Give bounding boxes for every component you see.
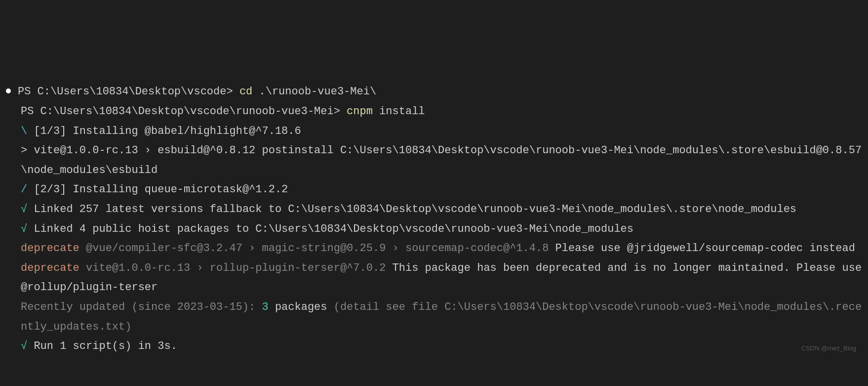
run-script-text: Run 1 script(s) in 3s.: [34, 340, 177, 352]
terminal-line: Recently updated (since 2023-03-15): 3 p…: [21, 298, 862, 337]
arrow-icon: >: [21, 144, 34, 157]
terminal-line: / [2/3] Installing queue-microtask@^1.2.…: [21, 180, 862, 200]
deprecate-package: @vue/compiler-sfc@3.2.47 › magic-string@…: [86, 242, 555, 255]
terminal-line: PS C:\Users\10834\Desktop\vscode> cd .\r…: [6, 82, 862, 102]
linked-text: Linked 257 latest versions fallback to C…: [34, 203, 796, 215]
deprecate-label: deprecate: [21, 242, 86, 255]
terminal-line: √ Linked 4 public hoist packages to C:\U…: [21, 219, 862, 239]
command-arg: .\runoob-vue3-Mei\: [252, 86, 376, 98]
recent-updated-text: Recently updated (since 2023-03-15):: [21, 301, 262, 313]
packages-label: packages: [269, 301, 334, 313]
terminal-line: PS C:\Users\10834\Desktop\vscode\runoob-…: [21, 102, 862, 122]
command-cnpm: cnpm: [347, 105, 373, 118]
deprecate-message: Please use @jridgewell/sourcemap-codec i…: [555, 242, 855, 255]
terminal-line: deprecate vite@1.0.0-rc.13 › rollup-plug…: [21, 258, 862, 298]
check-icon: √: [21, 203, 34, 215]
terminal-line: √ Linked 257 latest versions fallback to…: [21, 200, 862, 219]
check-icon: √: [21, 223, 34, 235]
spinner-icon: /: [21, 183, 34, 196]
linked-text: Linked 4 public hoist packages to C:\Use…: [34, 223, 633, 235]
deprecate-package: vite@1.0.0-rc.13 › rollup-plugin-terser@…: [86, 262, 393, 274]
watermark-text: CSDN @mez_Blog: [801, 343, 856, 354]
install-status: [1/3] Installing @babel/highlight@^7.18.…: [34, 125, 301, 137]
deprecate-label: deprecate: [21, 262, 86, 274]
ps-prompt: PS C:\Users\10834\Desktop\vscode>: [18, 86, 239, 98]
ps-prompt: PS C:\Users\10834\Desktop\vscode\runoob-…: [21, 105, 347, 118]
install-status: [2/3] Installing queue-microtask@^1.2.2: [34, 183, 288, 196]
terminal-line: \ [1/3] Installing @babel/highlight@^7.1…: [21, 122, 862, 141]
terminal-output[interactable]: PS C:\Users\10834\Desktop\vscode> cd .\r…: [6, 82, 862, 356]
check-icon: √: [21, 340, 34, 352]
modified-dot-icon: [6, 88, 11, 93]
terminal-line: deprecate @vue/compiler-sfc@3.2.47 › mag…: [21, 239, 862, 258]
command-cd: cd: [239, 86, 252, 98]
postinstall-text: vite@1.0.0-rc.13 › esbuild@^0.8.12 posti…: [21, 144, 862, 176]
command-arg: install: [373, 105, 425, 118]
terminal-line: > vite@1.0.0-rc.13 › esbuild@^0.8.12 pos…: [21, 141, 862, 180]
spinner-icon: \: [21, 125, 34, 137]
terminal-line: √ Run 1 script(s) in 3s.: [21, 337, 862, 356]
package-count: 3: [262, 301, 268, 313]
